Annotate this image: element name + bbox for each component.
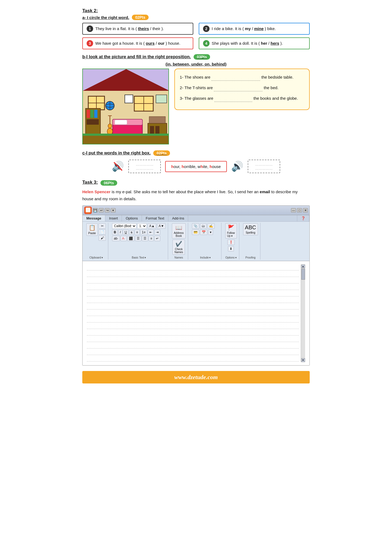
indent-decrease-button[interactable]: ⇤ <box>148 230 154 235</box>
task3-section: Task 3: 06Pts Helen Spencer is my e-pal.… <box>82 180 310 366</box>
clipboard-group: 📋 Paste ✂ 📄 🖌 Clipboard ▾ <box>84 223 108 260</box>
include-label: Include ▾ <box>200 256 211 259</box>
bullets-button[interactable]: ≡ <box>135 230 140 235</box>
attach-item-button[interactable]: 🗂 <box>200 223 207 229</box>
underline-button[interactable]: U <box>123 230 129 235</box>
task2c-label: c-I put the words in the right box. <box>82 151 151 156</box>
quick-access-redo[interactable]: ↪ <box>105 208 110 212</box>
tab-message[interactable]: Message <box>83 215 105 221</box>
svg-rect-30 <box>156 95 167 103</box>
follow-up-button[interactable]: 🚩 FollowUp ▾ <box>225 223 237 238</box>
scrollbar-down-arrow[interactable]: ▼ <box>301 358 305 362</box>
cut-button[interactable]: ✂ <box>99 223 106 229</box>
words-card: hour, horrible, white, house <box>165 161 227 172</box>
email-line-1 <box>87 264 299 270</box>
task2a-pts-badge: 02Pts <box>132 15 148 20</box>
business-card-button[interactable]: 💳 <box>192 230 199 235</box>
sentence-text-4: She plays with a doll. It is ( her / her… <box>212 40 283 47</box>
svg-point-24 <box>108 124 112 128</box>
task2b-pts-badge: 03Pts <box>194 54 210 60</box>
email-line-11 <box>87 330 299 335</box>
proofing-group: ABC Spelling Proofing <box>241 223 260 260</box>
sentence-num-4: 4 <box>203 40 210 47</box>
quick-access-save[interactable]: 💾 <box>93 208 98 212</box>
signature-button[interactable]: ✍ <box>207 223 215 229</box>
font-size-select[interactable]: 11 <box>137 223 147 229</box>
format-painter-button[interactable]: 🖌 <box>99 235 106 241</box>
task2c-pts-badge: 02Pts <box>153 150 170 156</box>
sentence-box-1: 1 They live in a flat. It is ( theirs / … <box>82 23 193 35</box>
rtl-button[interactable]: ↵ <box>154 236 160 241</box>
bold-button[interactable]: B <box>112 230 118 235</box>
low-importance-button[interactable]: ⬇ <box>228 246 234 251</box>
down-arrow-include[interactable]: ▾ <box>208 230 213 235</box>
options-label: Options ▾ <box>225 256 236 259</box>
email-line-8 <box>87 310 299 316</box>
prepositions-label: (in, between, under, on, behind) <box>82 62 310 66</box>
indent-increase-button[interactable]: ⇥ <box>154 230 160 235</box>
task2c-heading: c-I put the words in the right box. 02Pt… <box>82 150 310 156</box>
grow-font-button[interactable]: A▲ <box>148 223 156 229</box>
scrollbar-up-arrow[interactable]: ▲ <box>301 264 305 268</box>
task2a-label: a- I circle the right word. <box>82 15 129 20</box>
attach-file-button[interactable]: 📎 <box>192 223 199 229</box>
basic-text-label: Basic Text ▾ <box>132 256 146 259</box>
check-names-button[interactable]: ✔️ CheckNames <box>172 240 185 255</box>
include-group: 📎 🗂 ✍ 💳 📅 ▾ Include ▾ <box>190 223 221 260</box>
email-lines-area[interactable] <box>87 264 299 362</box>
align-left-button[interactable]: ⬛ <box>127 236 135 241</box>
email-titlebar: 🅾 💾 ↩ ↪ ▾ — □ ✕ <box>83 206 309 215</box>
italic-button[interactable]: I <box>118 230 122 235</box>
fill-q-2: 2- The T-shirts are the bed. <box>180 84 304 91</box>
highlight-button[interactable]: ab· <box>112 236 120 241</box>
svg-rect-22 <box>155 126 159 134</box>
tab-options[interactable]: Options <box>122 215 142 221</box>
tab-add-ins[interactable]: Add-Ins <box>168 215 188 221</box>
email-line-9 <box>87 317 299 322</box>
tab-insert[interactable]: Insert <box>105 215 122 221</box>
task3-heading-row: Task 3: 06Pts <box>82 180 310 186</box>
speaker-icon: 🔊 <box>231 161 243 172</box>
email-line-4 <box>87 284 299 290</box>
scrollbar-thumb[interactable] <box>301 269 305 280</box>
email-line-2 <box>87 271 299 277</box>
close-button[interactable]: ✕ <box>303 208 308 212</box>
calendar-button[interactable]: 📅 <box>200 230 207 235</box>
fill-q-3: 3- The glasses are the books and the glo… <box>180 95 304 102</box>
font-name-select[interactable]: Calibri (Body) <box>112 223 136 229</box>
address-book-button[interactable]: 📖 AddressBook <box>172 223 186 238</box>
ribbon-content: 📋 Paste ✂ 📄 🖌 Clipboard ▾ <box>83 222 309 261</box>
task3-pts-badge: 06Pts <box>100 180 117 186</box>
sentence-box-4: 4 She plays with a doll. It is ( her / h… <box>199 37 310 49</box>
tab-format-text[interactable]: Format Text <box>142 215 168 221</box>
options-group: 🚩 FollowUp ▾ ❗ ⬇ Options ▾ <box>223 223 239 260</box>
minimize-button[interactable]: — <box>291 208 296 212</box>
copy-button[interactable]: 📄 <box>99 229 106 235</box>
task2-section: Task 2: a- I circle the right word. 02Pt… <box>82 8 310 173</box>
ribbon-tabs-row: Message Insert Options Format Text Add-I… <box>83 215 309 222</box>
align-right-button[interactable]: ☰ <box>142 236 148 241</box>
sentence-num-3: 3 <box>87 40 93 47</box>
shrink-font-button[interactable]: A▼ <box>157 223 166 229</box>
spelling-button[interactable]: ABC Spelling <box>243 223 258 235</box>
high-importance-button[interactable]: ❗ <box>227 240 235 245</box>
justify-button[interactable]: ≡ <box>149 236 154 241</box>
numbering-button[interactable]: 1≡ <box>140 230 147 235</box>
sentence-text-1: They live in a flat. It is ( theirs / th… <box>95 26 164 32</box>
strikethrough-button[interactable]: S̶ <box>129 230 134 235</box>
ribbon-help-icon[interactable]: ❓ <box>297 215 309 221</box>
svg-rect-31 <box>83 134 169 136</box>
quick-access-arrow[interactable]: ▾ <box>111 208 116 212</box>
svg-line-32 <box>114 162 122 170</box>
align-center-button[interactable]: ☰ <box>135 236 141 241</box>
font-color-button[interactable]: A· <box>120 236 127 241</box>
paste-button[interactable]: 📋 Paste <box>86 223 98 236</box>
email-line-7 <box>87 304 299 309</box>
names-label: Names <box>174 256 183 259</box>
quick-access-undo[interactable]: ↩ <box>99 208 104 212</box>
section-c: c-I put the words in the right box. 02Pt… <box>82 150 310 173</box>
helen-spencer-name: Helen Spencer <box>82 189 110 194</box>
bedroom-picture <box>82 69 169 144</box>
restore-button[interactable]: □ <box>297 208 302 212</box>
proofing-label: Proofing <box>246 256 256 259</box>
